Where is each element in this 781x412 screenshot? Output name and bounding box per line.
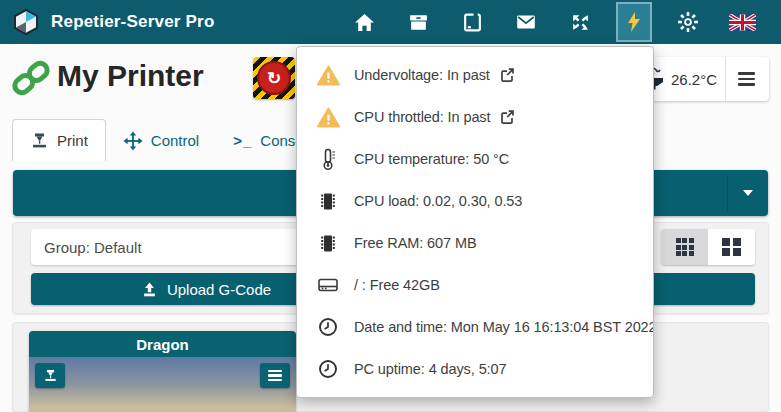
status-row-cpu-throttled[interactable]: CPU throttled: In past xyxy=(297,96,653,138)
emergency-stop-button[interactable]: ↻ xyxy=(253,57,295,99)
tab-print-label: Print xyxy=(57,132,88,149)
print-file-button[interactable] xyxy=(35,363,65,388)
home-icon[interactable] xyxy=(337,0,391,44)
ram-chip-icon xyxy=(315,233,341,254)
gcode-preview-image xyxy=(29,357,296,412)
status-label: Undervoltage: In past xyxy=(354,67,490,83)
status-label: PC uptime: 4 days, 5:07 xyxy=(354,361,506,377)
emergency-stop-icon: ↻ xyxy=(257,61,291,95)
upload-icon xyxy=(141,281,158,298)
tab-control[interactable]: Control xyxy=(106,120,216,161)
printer-tabs: Print Control >_ Console xyxy=(12,119,332,161)
status-label: CPU throttled: In past xyxy=(354,109,490,125)
move-arrows-icon xyxy=(123,131,143,151)
status-row-disk-free: / : Free 42GB xyxy=(297,264,653,306)
tab-control-label: Control xyxy=(151,132,199,149)
chevron-down-icon xyxy=(743,190,753,196)
grid-large-view-button[interactable] xyxy=(708,229,755,265)
app-logo xyxy=(12,8,40,36)
app-title: Repetier-Server Pro xyxy=(51,12,214,32)
status-row-free-ram: Free RAM: 607 MB xyxy=(297,222,653,264)
status-row-pc-uptime: PC uptime: 4 days, 5:07 xyxy=(297,348,653,390)
grid-large-icon xyxy=(722,238,741,257)
status-label: Free RAM: 607 MB xyxy=(354,235,477,251)
thermometer-icon xyxy=(315,148,341,171)
navbar-icon-group xyxy=(337,0,769,44)
clock-icon xyxy=(315,317,341,337)
warning-icon xyxy=(315,107,341,128)
status-row-date-time: Date and time: Mon May 16 16:13:04 BST 2… xyxy=(297,306,653,348)
printer-icon xyxy=(30,131,49,150)
extruder-temperature: 26.2°C xyxy=(671,71,717,88)
status-row-undervoltage[interactable]: Undervoltage: In past xyxy=(297,54,653,96)
printer-link-icon xyxy=(9,56,53,104)
terminal-icon: >_ xyxy=(233,132,252,149)
status-label: Date and time: Mon May 16 16:13:04 BST 2… xyxy=(354,319,653,335)
uk-flag-icon[interactable] xyxy=(715,0,769,44)
gcode-file-name: Dragon xyxy=(29,331,296,357)
top-navbar: Repetier-Server Pro xyxy=(0,0,781,44)
hard-disk-icon xyxy=(315,276,341,294)
archive-box-icon[interactable] xyxy=(391,0,445,44)
tab-print[interactable]: Print xyxy=(12,119,106,161)
divider xyxy=(727,175,728,211)
printer-icon xyxy=(43,368,58,383)
file-menu-button[interactable] xyxy=(260,363,290,388)
status-label: CPU temperature: 50 °C xyxy=(354,151,509,167)
upload-gcode-label: Upload G-Code xyxy=(167,281,271,298)
warning-icon xyxy=(315,65,341,86)
external-link-icon[interactable] xyxy=(499,67,515,83)
tablet-icon[interactable] xyxy=(445,0,499,44)
grid-small-icon xyxy=(676,238,694,256)
gear-icon[interactable] xyxy=(661,0,715,44)
clock-icon xyxy=(315,359,341,379)
status-row-cpu-load: CPU load: 0.02, 0.30, 0.53 xyxy=(297,180,653,222)
external-link-icon[interactable] xyxy=(499,109,515,125)
printer-menu-icon[interactable] xyxy=(728,62,765,96)
group-select-value: Group: Default xyxy=(44,239,142,256)
view-mode-toggle xyxy=(661,229,755,265)
status-label: / : Free 42GB xyxy=(354,277,440,293)
system-status-dropdown: Undervoltage: In past CPU throttled: In … xyxy=(296,46,654,398)
status-label: CPU load: 0.02, 0.30, 0.53 xyxy=(354,193,522,209)
cpu-chip-icon xyxy=(315,191,341,212)
page-title: My Printer xyxy=(57,59,204,93)
expand-arrows-icon[interactable] xyxy=(553,0,607,44)
lightning-bolt-icon[interactable] xyxy=(616,2,652,42)
menu-icon xyxy=(268,370,282,382)
gcode-file-tile[interactable]: Dragon xyxy=(29,331,296,412)
grid-small-view-button[interactable] xyxy=(661,229,708,265)
envelope-icon[interactable] xyxy=(499,0,553,44)
status-row-cpu-temperature: CPU temperature: 50 °C xyxy=(297,138,653,180)
repetier-server-page: Repetier-Server Pro xyxy=(0,0,781,412)
divider xyxy=(725,57,726,101)
